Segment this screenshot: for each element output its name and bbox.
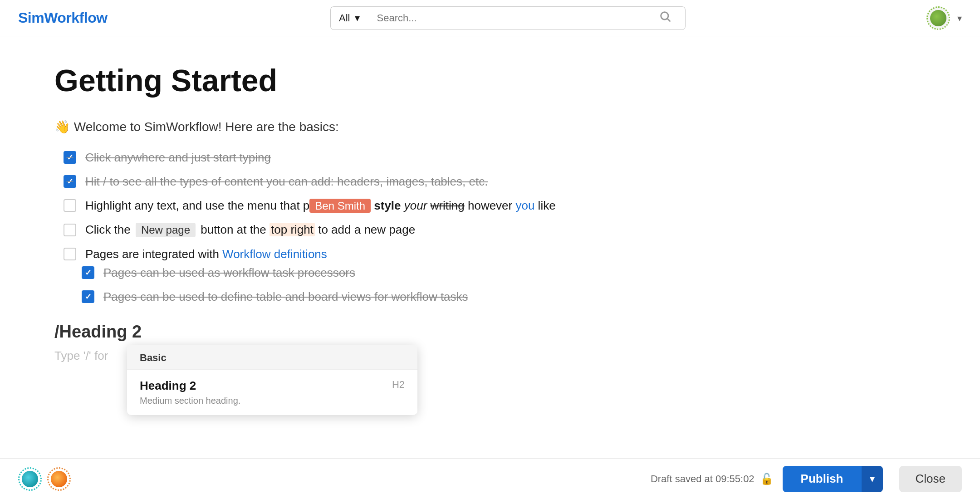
checklist-item-5-text: Pages are integrated with Workflow defin… (85, 247, 327, 261)
dropdown-item-shortcut: H2 (392, 379, 405, 391)
search-button[interactable] (654, 10, 676, 26)
checkbox-3[interactable] (64, 199, 76, 212)
item4-mid: button at the (197, 223, 270, 236)
checkbox-4[interactable] (64, 224, 76, 236)
checklist-item-2-text: Hit / to see all the types of content yo… (85, 175, 488, 189)
search-input[interactable] (377, 12, 654, 24)
lock-icon[interactable]: 🔓 (760, 473, 774, 485)
footer-bar: Draft saved at 09:55:02 🔓 Publish ▾ Clos… (0, 458, 980, 499)
main-content: Getting Started 👋 Welcome to SimWorkflow… (0, 36, 980, 381)
publish-btn-group: Publish ▾ (783, 466, 883, 492)
sub-checklist-item-1: Pages can be used as workflow task proce… (82, 266, 926, 280)
publish-chevron-icon: ▾ (870, 473, 875, 485)
dropdown-section-header: Basic (127, 345, 417, 370)
item5-before: Pages are integrated with (85, 247, 222, 261)
checkbox-1[interactable] (64, 151, 76, 164)
item4-highlight: top right (270, 223, 315, 236)
close-button[interactable]: Close (899, 466, 962, 492)
search-type-dropdown[interactable]: All ▾ (330, 6, 368, 30)
search-box (368, 6, 686, 30)
checklist-item-1-text: Click anywhere and just start typing (85, 151, 271, 165)
footer-avatar-teal[interactable] (18, 467, 42, 491)
new-page-tag: New page (136, 223, 196, 237)
footer-avatar-orange[interactable] (47, 467, 71, 491)
item3-strike: writing (431, 199, 465, 212)
item3-mid: however (465, 199, 516, 212)
draft-saved: Draft saved at 09:55:02 🔓 (651, 473, 774, 485)
ben-smith-tag: Ben Smith (309, 199, 371, 213)
footer-avatar-orange-inner (51, 471, 67, 487)
sub-item-2-text: Pages can be used to define table and bo… (103, 290, 468, 304)
item4-before: Click the (85, 223, 134, 236)
dropdown-item-heading2[interactable]: Heading 2 Medium section heading. H2 (127, 370, 417, 415)
dropdown-arrow-icon: ▾ (355, 12, 360, 24)
dropdown-item-desc: Medium section heading. (140, 396, 240, 406)
dropdown-item-left: Heading 2 Medium section heading. (140, 379, 240, 406)
item3-italic: your (404, 199, 427, 212)
item3-before: Highlight any text, and use the menu tha… (85, 199, 309, 212)
sub-checkbox-2[interactable] (82, 290, 94, 303)
item5-link[interactable]: Workflow definitions (222, 247, 327, 261)
publish-chevron-button[interactable]: ▾ (862, 466, 883, 492)
dropdown-item-title: Heading 2 (140, 379, 240, 393)
svg-line-1 (667, 19, 670, 21)
item4-end: to add a new page (315, 223, 415, 236)
logo: SimWorkflow (18, 10, 108, 26)
checklist-item-2: Hit / to see all the types of content yo… (64, 175, 926, 189)
checklist-item-1: Click anywhere and just start typing (64, 151, 926, 165)
item3-bold: style (374, 199, 401, 212)
search-container: All ▾ (330, 6, 685, 30)
footer-avatars (18, 467, 71, 491)
slash-command-dropdown: Basic Heading 2 Medium section heading. … (127, 345, 417, 415)
page-title: Getting Started (54, 64, 926, 98)
checklist: Click anywhere and just start typing Hit… (64, 151, 926, 261)
search-type-label: All (339, 12, 350, 24)
draft-saved-text: Draft saved at 09:55:02 (651, 473, 755, 485)
checklist-item-3: Highlight any text, and use the menu tha… (64, 199, 926, 213)
sub-checklist: Pages can be used as workflow task proce… (82, 266, 926, 304)
user-menu-chevron[interactable]: ▾ (957, 13, 962, 24)
sub-checklist-item-2: Pages can be used to define table and bo… (82, 290, 926, 304)
heading2-text: /Heading 2 (54, 322, 142, 341)
welcome-text: 👋 Welcome to SimWorkflow! Here are the b… (54, 119, 926, 134)
sub-checkbox-1[interactable] (82, 266, 94, 279)
checklist-item-4-text: Click the New page button at the top rig… (85, 223, 415, 237)
item3-link[interactable]: you (515, 199, 534, 212)
footer-avatar-teal-inner (22, 471, 38, 487)
header-right: ▾ (926, 6, 962, 30)
checklist-item-4: Click the New page button at the top rig… (64, 223, 926, 237)
heading2-section: /Heading 2 (54, 322, 926, 342)
publish-button[interactable]: Publish (783, 466, 862, 492)
checklist-item-3-text: Highlight any text, and use the menu tha… (85, 199, 556, 213)
checkbox-2[interactable] (64, 175, 76, 188)
item3-end: like (534, 199, 555, 212)
checklist-item-5: Pages are integrated with Workflow defin… (64, 247, 926, 261)
checkbox-5[interactable] (64, 248, 76, 260)
user-avatar[interactable] (926, 6, 950, 30)
sub-item-1-text: Pages can be used as workflow task proce… (103, 266, 355, 280)
header: SimWorkflow All ▾ ▾ (0, 0, 980, 36)
